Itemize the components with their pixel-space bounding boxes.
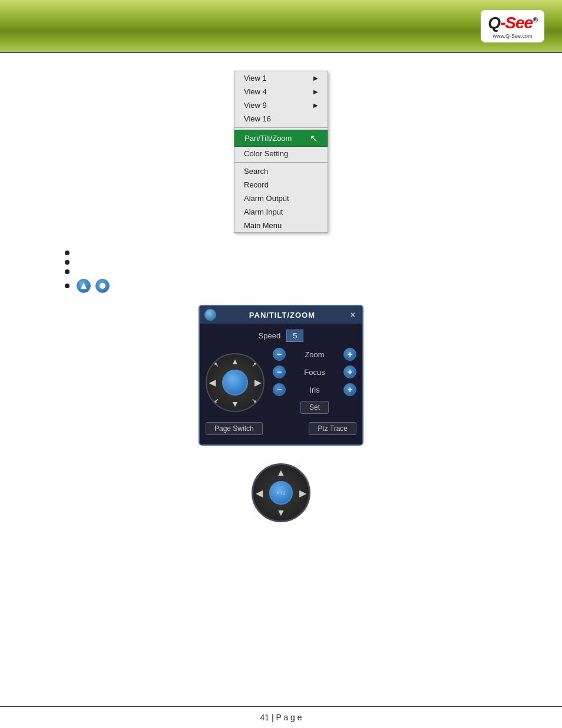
menu-item-view16-label: View 16 xyxy=(244,114,271,123)
ptz-focus-plus[interactable]: + xyxy=(343,365,356,378)
ptz-focus-label: Focus xyxy=(289,368,340,377)
menu-item-ptz-label: Pan/Tilt/Zoom xyxy=(244,134,292,143)
large-dpad-wrapper: ▲ ▼ ◀ ▶ PTZ xyxy=(47,463,515,522)
menu-item-main-menu-label: Main Menu xyxy=(244,221,282,230)
ptz-panel-wrapper: PAN/TILT/ZOOM × Speed 5 ▲ xyxy=(47,305,515,446)
ptz-title-text: PAN/TILT/ZOOM xyxy=(220,311,345,319)
ptz-focus-minus[interactable]: − xyxy=(273,365,286,378)
large-dpad-center[interactable]: PTZ xyxy=(269,481,293,505)
ptz-bottom-row: Page Switch Ptz Trace xyxy=(206,422,356,439)
ptz-zoom-label: Zoom xyxy=(289,350,340,359)
menu-item-record-label: Record xyxy=(244,180,269,189)
ptz-speed-row: Speed 5 xyxy=(206,330,356,342)
small-icon-1-svg xyxy=(80,282,88,290)
menu-item-view4[interactable]: View 4 ▶ xyxy=(234,85,328,98)
ptz-iris-label: Iris xyxy=(289,386,340,394)
logo-q: Q xyxy=(488,14,500,32)
ptz-zoom-plus[interactable]: + xyxy=(343,348,356,361)
menu-item-color[interactable]: Color Setting xyxy=(234,147,328,160)
ptz-close-button[interactable]: × xyxy=(348,310,358,319)
large-dpad-up[interactable]: ▲ xyxy=(276,467,286,478)
menu-item-alarm-input[interactable]: Alarm Input xyxy=(234,205,328,219)
menu-divider-2 xyxy=(234,162,328,163)
ptz-speed-value: 5 xyxy=(286,330,303,342)
bullet-icons xyxy=(77,279,110,293)
small-icon-btn-1[interactable] xyxy=(77,279,91,293)
menu-item-ptz[interactable]: Pan/Tilt/Zoom ↖ xyxy=(234,130,328,147)
bullet-2 xyxy=(65,260,515,265)
bullet-dot-1 xyxy=(65,251,70,255)
menu-item-view9-arrow: ▶ xyxy=(313,102,318,108)
context-menu: View 1 ▶ View 4 ▶ View 9 ▶ View 16 Pan/T… xyxy=(234,71,328,233)
dpad-down[interactable]: ▼ xyxy=(231,399,239,409)
ptz-body: Speed 5 ▲ ▼ ◀ ▶ ↖ xyxy=(200,324,362,444)
ptz-speed-label: Speed xyxy=(259,331,281,340)
page-wrapper: Q-See® www.Q-See.com View 1 ▶ View 4 ▶ V… xyxy=(0,0,562,728)
bullet-dot-3 xyxy=(65,269,70,274)
menu-item-alarm-output[interactable]: Alarm Output xyxy=(234,192,328,205)
dpad-right[interactable]: ▶ xyxy=(254,378,261,387)
ptz-focus-row: − Focus + xyxy=(273,365,356,378)
cursor-pointer: ↖ xyxy=(310,133,318,144)
small-icon-btn-2[interactable] xyxy=(95,279,110,293)
menu-item-view16[interactable]: View 16 xyxy=(234,112,328,126)
menu-item-view1[interactable]: View 1 ▶ xyxy=(234,71,328,85)
dpad-up-right[interactable]: ↗ xyxy=(252,361,256,368)
ptz-panel: PAN/TILT/ZOOM × Speed 5 ▲ xyxy=(199,305,363,446)
ptz-title-icon xyxy=(204,309,216,321)
page-number: 41 | P a g e xyxy=(260,713,302,722)
dpad-center-button[interactable] xyxy=(222,370,248,396)
logo-text: Q-See® xyxy=(488,14,537,32)
dpad-up-left[interactable]: ↖ xyxy=(214,361,219,368)
svg-marker-0 xyxy=(81,283,87,289)
context-menu-wrapper: View 1 ▶ View 4 ▶ View 9 ▶ View 16 Pan/T… xyxy=(47,71,515,233)
menu-item-alarm-output-label: Alarm Output xyxy=(244,194,289,203)
menu-item-view9[interactable]: View 9 ▶ xyxy=(234,98,328,112)
dpad-down-right[interactable]: ↘ xyxy=(252,397,256,404)
menu-item-view4-arrow: ▶ xyxy=(313,88,318,95)
ptz-page-switch-button[interactable]: Page Switch xyxy=(206,422,263,435)
ptz-iris-plus[interactable]: + xyxy=(343,383,356,396)
large-dpad-left[interactable]: ◀ xyxy=(256,487,263,499)
bullet-3 xyxy=(65,269,515,274)
ptz-iris-row: − Iris + xyxy=(273,383,356,396)
logo-container: Q-See® www.Q-See.com xyxy=(481,10,544,42)
bullet-4 xyxy=(65,279,515,293)
logo-see: See® xyxy=(505,14,537,32)
small-icon-2-svg xyxy=(98,282,107,290)
large-dpad: ▲ ▼ ◀ ▶ PTZ xyxy=(252,463,310,522)
main-content: View 1 ▶ View 4 ▶ View 9 ▶ View 16 Pan/T… xyxy=(0,53,562,552)
menu-item-color-label: Color Setting xyxy=(244,149,288,158)
menu-item-view1-label: View 1 xyxy=(244,74,267,83)
ptz-zoom-minus[interactable]: − xyxy=(273,348,286,361)
ptz-trace-button[interactable]: Ptz Trace xyxy=(309,422,356,435)
bullet-dot-4 xyxy=(65,284,70,288)
ptz-right-controls: − Zoom + − Focus + − Iris xyxy=(273,348,356,417)
menu-item-search-label: Search xyxy=(244,167,268,176)
dpad-up[interactable]: ▲ xyxy=(231,357,239,366)
menu-item-view1-arrow: ▶ xyxy=(313,75,318,81)
ptz-set-button[interactable]: Set xyxy=(300,401,329,414)
dpad-down-left[interactable]: ↙ xyxy=(214,397,219,404)
svg-point-1 xyxy=(100,283,105,289)
logo: Q-See® www.Q-See.com xyxy=(488,14,537,39)
menu-item-search[interactable]: Search xyxy=(234,164,328,178)
menu-item-record[interactable]: Record xyxy=(234,178,328,192)
large-dpad-down[interactable]: ▼ xyxy=(276,508,286,518)
ptz-iris-minus[interactable]: − xyxy=(273,383,286,396)
large-dpad-center-label: PTZ xyxy=(276,490,285,496)
menu-item-view4-label: View 4 xyxy=(244,87,267,96)
menu-divider-1 xyxy=(234,127,328,128)
header: Q-See® www.Q-See.com xyxy=(0,0,562,53)
logo-reg: ® xyxy=(533,15,537,24)
dpad-left[interactable]: ◀ xyxy=(209,378,216,387)
bullet-1 xyxy=(65,251,515,255)
bullet-dot-2 xyxy=(65,260,70,265)
menu-item-view9-label: View 9 xyxy=(244,101,267,110)
dpad: ▲ ▼ ◀ ▶ ↖ ↗ ↙ ↘ xyxy=(206,353,265,412)
menu-item-alarm-input-label: Alarm Input xyxy=(244,207,283,216)
menu-item-main-menu[interactable]: Main Menu xyxy=(234,219,328,232)
large-dpad-right[interactable]: ▶ xyxy=(299,487,306,499)
bullets-section xyxy=(47,251,515,293)
ptz-zoom-row: − Zoom + xyxy=(273,348,356,361)
